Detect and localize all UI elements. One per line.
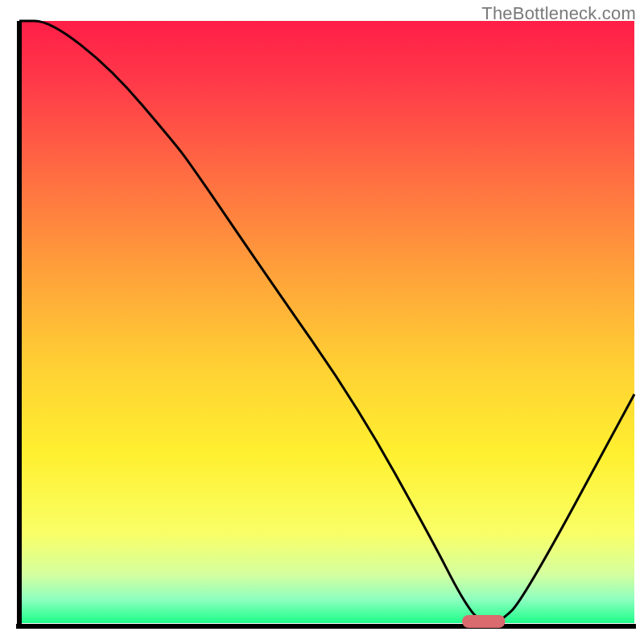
chart-container: TheBottleneck.com	[0, 0, 644, 644]
optimal-range-marker	[462, 615, 505, 628]
watermark-text: TheBottleneck.com	[481, 3, 636, 24]
bottleneck-chart	[0, 0, 644, 644]
plot-background	[19, 21, 634, 623]
